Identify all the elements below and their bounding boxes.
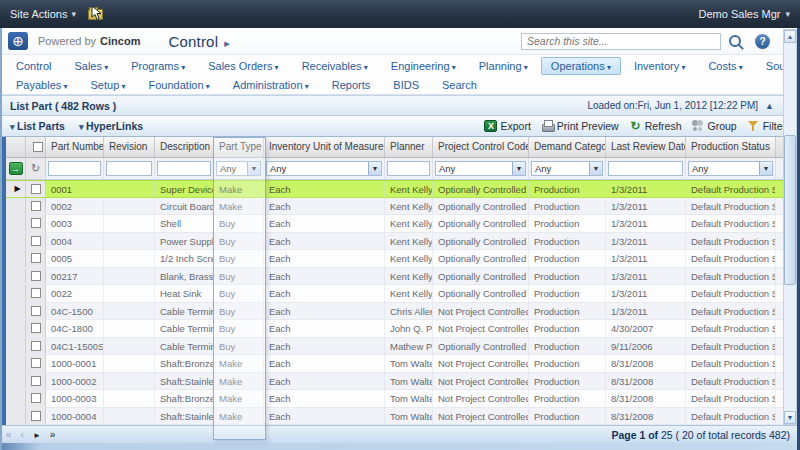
site-actions-menu[interactable]: Site Actions [10, 8, 76, 20]
row-checkbox[interactable] [31, 184, 41, 194]
column-header-demand-category[interactable]: Demand Category [529, 137, 606, 157]
export-button[interactable]: Export [484, 120, 530, 132]
collapse-icon[interactable] [765, 101, 774, 111]
column-header-production-status[interactable]: Production Status [686, 137, 776, 157]
row-checkbox[interactable] [31, 376, 41, 386]
column-header-planner[interactable]: Planner [385, 137, 433, 157]
filter-input-last-review-date[interactable] [608, 161, 683, 176]
chevron-down-icon[interactable] [589, 162, 602, 175]
menu-item-costs[interactable]: Costs [698, 57, 752, 75]
user-menu[interactable]: Demo Sales Mgr [699, 8, 790, 20]
row-checkbox[interactable] [31, 288, 41, 298]
pager-next-button[interactable] [33, 429, 41, 440]
group-button[interactable]: Group [691, 120, 736, 132]
row-checkbox[interactable] [31, 411, 41, 421]
filter-select-part-type[interactable]: Any [216, 161, 261, 176]
row-checkbox[interactable] [31, 236, 41, 246]
row-checkbox[interactable] [31, 218, 41, 228]
menu-item-administration[interactable]: Administration [223, 76, 319, 94]
column-header-last-review-date[interactable]: Last Review Date [606, 137, 686, 157]
menu-item-programs[interactable]: Programs [121, 57, 195, 75]
filter-select-demand-category[interactable]: Any [531, 161, 603, 176]
refresh-button[interactable]: Refresh [629, 120, 682, 132]
table-row[interactable]: 04C-1800Cable TerminalBuyEachJohn Q. Pil… [6, 320, 800, 338]
menu-item-reports[interactable]: Reports [322, 76, 381, 94]
search-input[interactable] [521, 33, 721, 50]
reset-filter-icon[interactable] [31, 162, 40, 175]
table-row[interactable]: 04C-1500Cable TerminalBuyEachChris Allen… [6, 303, 800, 321]
menu-item-sales[interactable]: Sales [64, 57, 118, 75]
table-row[interactable]: 0002Circuit BoardMakeEachKent KellyOptio… [6, 198, 800, 216]
column-header-part-number[interactable]: Part Number [46, 137, 104, 157]
page-title[interactable]: Control [168, 33, 230, 50]
menu-item-receivables[interactable]: Receivables [292, 57, 378, 75]
row-checkbox[interactable] [31, 341, 41, 351]
menu-item-payables[interactable]: Payables [6, 76, 78, 94]
cell-inventory-unit-of-measure: Each [264, 390, 385, 407]
apply-filter-icon[interactable] [9, 162, 23, 175]
cell-demand-category: Production [529, 320, 606, 337]
column-header-project-control-code[interactable]: Project Control Code [433, 137, 529, 157]
column-header-revision[interactable]: Revision [104, 137, 155, 157]
table-row[interactable]: 0003ShellBuyEachKent KellyOptionally Con… [6, 215, 800, 233]
print-preview-button[interactable]: Print Preview [541, 120, 619, 132]
pager-last-button[interactable] [50, 429, 56, 440]
row-checkbox[interactable] [31, 306, 41, 316]
filter-select-inventory-unit-of-measure[interactable]: Any [266, 161, 382, 176]
pager-previous-button[interactable] [21, 429, 24, 440]
menu-item-bids[interactable]: BIDS [383, 76, 429, 94]
view-button-list-parts[interactable]: List Parts [10, 120, 65, 132]
menu-item-inventory[interactable]: Inventory [624, 57, 696, 75]
table-row[interactable]: 00217Blank, Brass #2BuyEachKent KellyOpt… [6, 268, 800, 286]
table-row[interactable]: 0022Heat SinkBuyEachKent KellyOptionally… [6, 285, 800, 303]
chevron-down-icon[interactable] [512, 162, 525, 175]
menu-item-planning[interactable]: Planning [469, 57, 538, 75]
chevron-down-icon[interactable] [247, 162, 260, 175]
table-row[interactable]: 1000-0001Shaft:Bronze (FMakeEachTom Walt… [6, 355, 800, 373]
filter-input-description[interactable] [157, 161, 211, 176]
menu-item-setup[interactable]: Setup [81, 76, 136, 94]
column-header-part-type[interactable]: Part Type [214, 137, 264, 157]
row-checkbox[interactable] [31, 358, 41, 368]
filter-select-production-status[interactable]: Any [688, 161, 773, 176]
search-icon[interactable] [729, 35, 741, 47]
row-checkbox[interactable] [31, 253, 41, 263]
table-row[interactable]: 1000-0004Shaft:StainlessMakeEachTom Walt… [6, 408, 800, 426]
menu-item-control[interactable]: Control [6, 57, 61, 75]
column-header-description[interactable]: Description [155, 137, 214, 157]
table-row[interactable]: 04C1-1500SPCable TerminalBuyEachMathew P… [6, 338, 800, 356]
select-all-checkbox[interactable] [33, 142, 43, 152]
menu-item-operations[interactable]: Operations [541, 57, 621, 75]
filter-input-planner[interactable] [387, 161, 430, 176]
chevron-down-icon[interactable] [368, 162, 381, 175]
table-row[interactable]: 1000-0003Shaft:Bronze (FMakeEachTom Walt… [6, 390, 800, 408]
filter-button[interactable]: Filter [747, 120, 786, 132]
scroll-down-icon[interactable] [784, 411, 796, 424]
view-button-hyperlinks[interactable]: HyperLinks [79, 120, 143, 132]
menu-item-sales-orders[interactable]: Sales Orders [198, 57, 288, 75]
table-row[interactable]: 0001Super DeviceMakeEachKent KellyOption… [6, 180, 800, 198]
cell-production-status: Default Production Status [686, 181, 776, 197]
scroll-up-icon[interactable] [784, 30, 796, 43]
pager-first-button[interactable] [6, 429, 12, 440]
row-checkbox[interactable] [31, 201, 41, 211]
menu-item-search[interactable]: Search [432, 76, 487, 94]
chevron-down-icon[interactable] [759, 162, 772, 175]
menu-item-foundation[interactable]: Foundation [139, 76, 220, 94]
filter-select-project-control-code[interactable]: Any [435, 161, 526, 176]
filter-select-value: Any [436, 163, 512, 174]
help-icon[interactable]: ? [755, 34, 770, 49]
filter-select-value: Any [689, 163, 759, 174]
scrollbar-thumb[interactable] [784, 135, 796, 285]
menu-item-engineering[interactable]: Engineering [381, 57, 466, 75]
row-checkbox[interactable] [31, 271, 41, 281]
row-checkbox[interactable] [31, 393, 41, 403]
table-row[interactable]: 1000-0002Shaft:StainlessMakeEachTom Walt… [6, 373, 800, 391]
filter-input-revision[interactable] [106, 161, 152, 176]
table-row[interactable]: 0004Power SupplyBuyEachKent KellyOptiona… [6, 233, 800, 251]
filter-input-part-number[interactable] [48, 161, 101, 176]
vertical-scrollbar[interactable] [783, 29, 797, 425]
table-row[interactable]: 00051/2 Inch ScrewBuyEachKent KellyOptio… [6, 250, 800, 268]
column-header-inventory-unit-of-measure[interactable]: Inventory Unit of Measure [264, 137, 385, 157]
row-checkbox[interactable] [31, 323, 41, 333]
